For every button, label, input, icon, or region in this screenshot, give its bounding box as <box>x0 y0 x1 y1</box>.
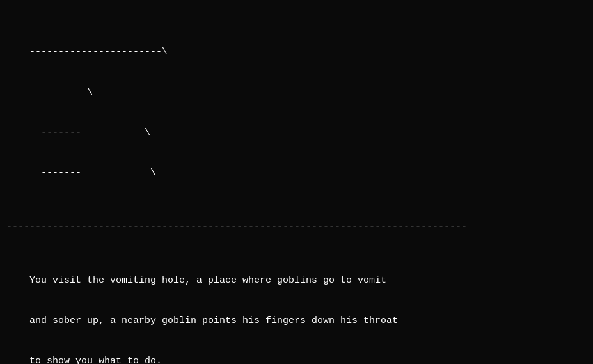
ascii-line4: ------- \ <box>29 168 156 178</box>
ascii-line1: -----------------------\ <box>29 47 168 58</box>
ascii-line2: \ <box>29 87 93 98</box>
description-text: You visit the vomiting hole, a place whe… <box>6 260 587 364</box>
divider-top: ----------------------------------------… <box>6 220 587 233</box>
description-line3: to show you what to do. <box>29 356 162 364</box>
ascii-line3: -------_ \ <box>29 127 150 138</box>
description-line2: and sober up, a nearby goblin points his… <box>29 315 398 326</box>
ascii-art: -----------------------\ \ -------_ \ --… <box>6 32 587 193</box>
terminal-window: -----------------------\ \ -------_ \ --… <box>6 5 587 364</box>
description-line1: You visit the vomiting hole, a place whe… <box>29 275 386 286</box>
